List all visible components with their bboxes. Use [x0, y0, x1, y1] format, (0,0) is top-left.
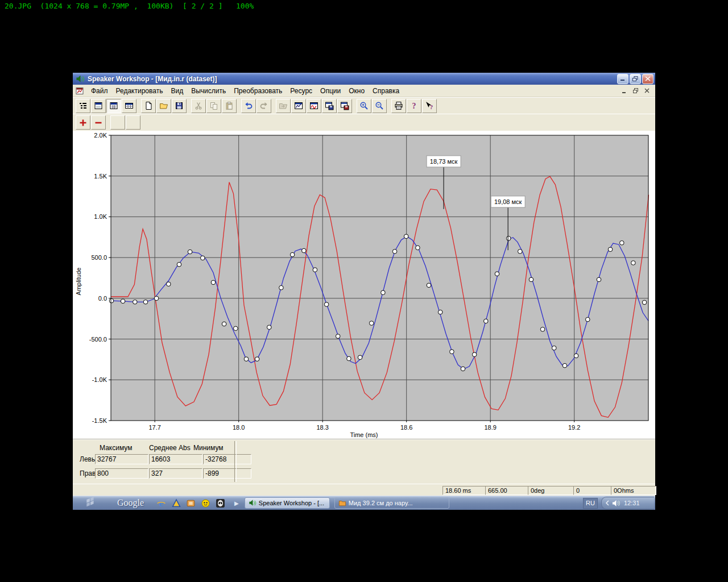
add-icon: [78, 118, 88, 127]
copy-button[interactable]: [206, 99, 221, 113]
stats-column-header: Минимум: [193, 444, 224, 452]
data-point-marker: [495, 272, 499, 276]
menu-item[interactable]: Файл: [87, 86, 112, 96]
data-point-marker: [506, 236, 511, 241]
plot-area[interactable]: [111, 135, 648, 421]
panel-divider: [234, 441, 237, 482]
paste-icon: [225, 101, 234, 110]
data-point-marker: [222, 322, 226, 326]
y-axis-title: Amplitude: [75, 268, 82, 296]
close-button[interactable]: [642, 74, 653, 84]
menu-item[interactable]: Ресурс: [286, 86, 316, 96]
data-point-marker: [244, 357, 249, 361]
google-toolbar-label[interactable]: Google: [117, 498, 144, 508]
volume-icon[interactable]: [612, 500, 621, 507]
copy-icon: [209, 101, 218, 110]
minimize-icon: [620, 76, 626, 81]
data-point-marker: [620, 241, 624, 246]
menu-item[interactable]: Опции: [316, 86, 345, 96]
data-point-marker: [177, 263, 181, 267]
mdi-minimize-button[interactable]: [619, 87, 629, 95]
mdi-restore-button[interactable]: [631, 87, 640, 95]
data-point-marker: [597, 277, 601, 282]
x-tick-label: 18.9: [484, 424, 496, 431]
blank-icon: [129, 118, 138, 127]
dataset-chart[interactable]: 17.718.018.318.618.919.22.0K1.5K1.0K500.…: [73, 131, 655, 439]
save-icon: [175, 101, 184, 110]
minimize-button[interactable]: [617, 74, 628, 84]
delta-app-icon: [171, 498, 181, 508]
data-point-marker: [313, 268, 317, 272]
chart-view-button[interactable]: [291, 99, 306, 113]
menu-item[interactable]: Справка: [369, 86, 403, 96]
data-point-marker: [133, 300, 138, 305]
mdi-close-button[interactable]: [642, 87, 652, 95]
menu-item[interactable]: Вычислить: [187, 86, 230, 96]
zoom-in-button[interactable]: [357, 99, 371, 113]
task-button-active[interactable]: Speaker Workshop - [...: [245, 497, 330, 509]
data-point-marker: [552, 346, 557, 351]
menu-item[interactable]: Окно: [345, 86, 369, 96]
context-help-button[interactable]: ?: [422, 99, 437, 113]
spare-button-1[interactable]: [110, 115, 125, 130]
dataset-doc-icon: [75, 86, 84, 95]
spare-button-2[interactable]: [126, 115, 140, 130]
add-button[interactable]: [76, 115, 90, 130]
export-data-button[interactable]: [337, 99, 352, 113]
stats-column-header: Среднее Abs: [149, 444, 191, 452]
chart-compare-button[interactable]: [307, 99, 321, 113]
speaker-icon: [249, 499, 257, 507]
menu-item[interactable]: Преобразовать: [230, 86, 286, 96]
status-cursor-time: 18.60 ms: [442, 486, 487, 495]
context-help-icon: ?: [425, 101, 434, 110]
title-bar[interactable]: Speaker Workshop - [Мид.in.r (dataset)]: [73, 73, 655, 85]
print-button[interactable]: [391, 99, 406, 113]
data-point-marker: [347, 356, 351, 361]
new-button[interactable]: [141, 99, 156, 113]
data-point-marker: [188, 250, 192, 254]
data-point-marker: [461, 367, 465, 371]
status-index: 0: [573, 486, 613, 495]
undo-button[interactable]: [241, 99, 256, 113]
windows-flag-icon[interactable]: [85, 496, 96, 510]
save-button[interactable]: [172, 99, 187, 113]
quick-launch-delta-app[interactable]: [171, 498, 181, 508]
status-cursor-value: 665.00: [485, 486, 530, 495]
remove-button[interactable]: [91, 115, 106, 130]
data-point-marker: [336, 334, 340, 339]
quick-launch-patch-app[interactable]: [186, 498, 196, 508]
status-bar: 18.60 ms665.000deg00Ohms: [73, 484, 655, 496]
help-button[interactable]: ?: [407, 99, 421, 113]
paste-button[interactable]: [222, 99, 237, 113]
menu-item[interactable]: Вид: [167, 86, 187, 96]
data-point-marker: [642, 300, 647, 305]
cut-button[interactable]: [191, 99, 206, 113]
tree-view-button[interactable]: [76, 99, 90, 113]
redo-button[interactable]: [257, 99, 271, 113]
print-icon: [394, 101, 403, 110]
task-button[interactable]: Мид 39.2 см до нару...: [334, 497, 449, 509]
cells-view-button[interactable]: [122, 99, 136, 113]
data-point-marker: [472, 352, 477, 357]
grid-view-button[interactable]: [106, 99, 121, 113]
restore-button[interactable]: [630, 74, 641, 84]
open-button[interactable]: [156, 99, 171, 113]
menu-item[interactable]: Редактировать: [112, 86, 167, 96]
quick-launch-expand-chevron[interactable]: ▶: [234, 500, 239, 506]
main-toolbar: ??: [73, 97, 655, 114]
quick-launch-ie[interactable]: e: [156, 498, 166, 508]
data-point-marker: [255, 357, 259, 361]
quick-launch-qip[interactable]: [201, 498, 210, 508]
tray-collapse-chevron-icon[interactable]: [605, 500, 610, 506]
quick-launch-alien-app[interactable]: [216, 498, 225, 508]
datasheet-view-button[interactable]: [91, 99, 106, 113]
language-indicator[interactable]: RU: [583, 498, 598, 509]
import-button[interactable]: [276, 99, 291, 113]
export-chart-button[interactable]: [322, 99, 337, 113]
close-icon: [645, 76, 651, 81]
zoom-out-button[interactable]: [372, 99, 387, 113]
data-point-marker: [167, 282, 171, 286]
window-save-red-icon: [340, 101, 349, 110]
clock[interactable]: 12:31: [624, 500, 640, 506]
data-point-marker: [201, 256, 205, 260]
